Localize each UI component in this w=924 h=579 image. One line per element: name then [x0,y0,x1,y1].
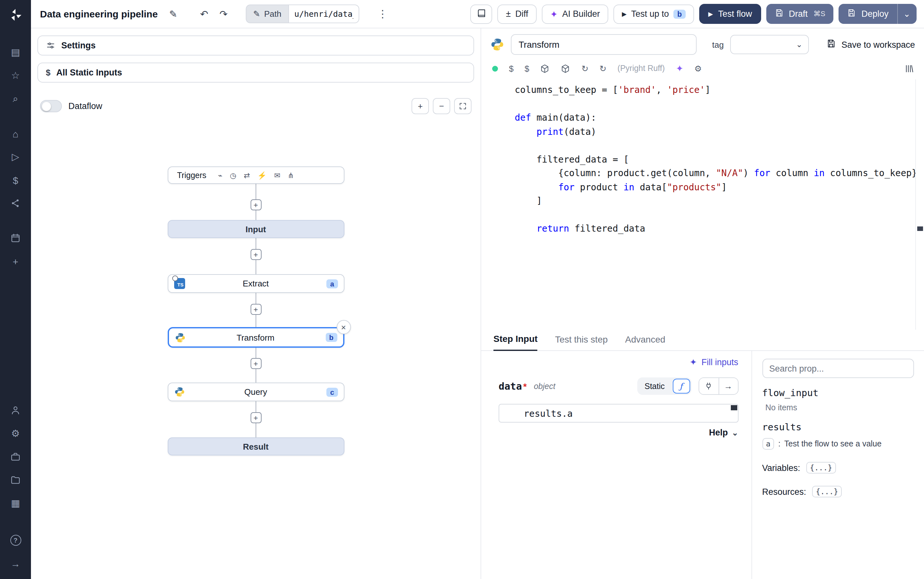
apps-icon[interactable]: ▤ [5,43,26,61]
settings-button[interactable]: Settings [38,36,474,56]
format-icon[interactable]: ↻ [599,64,607,73]
email-icon[interactable]: ✉ [274,171,280,180]
remove-step-button[interactable]: × [336,320,351,334]
favorites-star-icon[interactable]: ☆ [5,67,26,85]
path-button[interactable]: ✎ Path [245,5,288,23]
step-name-input[interactable] [511,34,697,55]
save-to-workspace-button[interactable]: Save to workspace [827,39,915,50]
editor-settings-icon[interactable]: ⚙ [694,64,702,73]
triggers-node[interactable]: Triggers ⌁ ◷ ⇄ ⚡ ✉ ⋔ [167,167,344,184]
expand-sidebar-icon[interactable]: → [5,554,26,572]
runs-icon[interactable]: ▷ [5,148,26,166]
add-step-button[interactable]: + [250,249,261,260]
variables-icon[interactable]: $ [5,171,26,189]
add-icon[interactable]: + [5,252,26,270]
variable-picker-icon[interactable]: $ [509,64,513,73]
editor-overview-ruler[interactable] [915,79,924,330]
tab-test-this-step[interactable]: Test this step [555,334,607,350]
code-line: ] [515,194,915,208]
deploy-button[interactable]: Deploy [839,4,897,24]
path-input[interactable] [288,5,359,23]
webhook-icon[interactable]: ⌁ [218,171,222,180]
ai-builder-button[interactable]: ✦ AI Builder [542,4,609,23]
step-input-section: ✦ Fill inputs data * object Static ƒ [481,351,924,579]
redo-button[interactable]: ↷ [214,5,233,23]
query-node[interactable]: Query c [167,383,344,401]
static-mode-button[interactable]: Static [638,380,671,392]
plug-icon[interactable] [699,378,718,394]
zoom-in-button[interactable]: + [411,98,429,114]
schedule-icon[interactable]: ◷ [230,171,237,180]
result-entry[interactable]: a : Test the flow to see a value [762,438,914,450]
lint-assistants-label[interactable]: (Pyright Ruff) [618,64,665,73]
add-step-button[interactable]: + [250,412,261,423]
user-icon[interactable] [5,401,26,419]
diff-button[interactable]: ± Diff [498,4,537,23]
code-editor[interactable]: columns_to_keep = ['brand', 'price'] def… [481,79,924,330]
schedules-icon[interactable] [5,229,26,247]
step-input-form: ✦ Fill inputs data * object Static ƒ [481,351,751,579]
settings-gear-icon[interactable]: ⚙ [5,424,26,442]
python-icon [490,38,504,52]
docs-button[interactable] [470,4,493,23]
undo-button[interactable]: ↶ [195,5,213,23]
flow-input-empty: No items [765,403,914,412]
input-node[interactable]: Input [167,220,344,238]
play-icon: ▶ [622,10,627,17]
search-icon[interactable]: ⌕ [5,90,26,108]
reload-icon[interactable]: ↻ [581,64,589,73]
workers-icon[interactable] [5,447,26,465]
route-icon[interactable]: ⇄ [244,171,250,180]
kafka-icon[interactable]: ⋔ [288,171,294,180]
add-step-button[interactable]: + [250,304,261,315]
layout-columns-icon[interactable] [904,64,914,73]
zoom-out-button[interactable]: − [433,98,450,114]
input-expression-editor[interactable]: results.a [499,404,738,422]
result-node[interactable]: Result [167,437,344,455]
code-lines: columns_to_keep = ['brand', 'price'] def… [515,79,915,330]
flow-input-item[interactable]: flow_input [762,388,914,398]
ai-wand-icon[interactable]: ✦ [676,63,683,74]
step-panel: tag ⌄ Save to workspace $ $ ↻ ↻ (Pyright [481,28,924,579]
package-icon[interactable] [561,64,571,73]
add-step-button[interactable]: + [250,200,261,210]
dataflow-toggle[interactable] [40,100,62,112]
resource-picker-icon[interactable]: $ [524,64,529,73]
search-prop-input[interactable] [762,359,914,378]
folders-icon[interactable] [5,471,26,489]
path-label: Path [264,9,282,19]
groups-grid-icon[interactable]: ▦ [5,494,26,512]
expression-mode-button[interactable]: ƒ [673,379,690,394]
package-icon[interactable] [540,64,550,73]
tab-advanced[interactable]: Advanced [625,334,665,350]
variables-row[interactable]: Variables: {...} [762,462,914,474]
help-icon[interactable]: ? [5,531,26,550]
book-icon [477,8,486,20]
help-toggle[interactable]: Help ⌄ [499,428,738,437]
sparkle-icon: ✦ [689,357,697,367]
tag-select[interactable]: ⌄ [730,35,809,54]
resources-icon[interactable] [5,194,26,212]
results-item[interactable]: results [762,422,914,432]
resources-row[interactable]: Resources: {...} [762,486,914,497]
more-menu-button[interactable]: ⋮ [374,5,392,23]
code-line [515,139,915,152]
arrow-right-icon[interactable]: → [718,378,738,394]
deploy-menu-button[interactable]: ⌄ [897,4,916,24]
home-icon[interactable]: ⌂ [5,124,26,142]
test-flow-button[interactable]: ▶ Test flow [699,4,761,24]
windmill-logo[interactable] [6,6,25,24]
test-up-to-button[interactable]: ▶ Test up to b [614,4,694,23]
transform-node-selected[interactable]: Transform b × [167,327,344,348]
websocket-icon[interactable]: ⚡ [257,171,267,180]
flow-canvas[interactable]: Triggers ⌁ ◷ ⇄ ⚡ ✉ ⋔ + Input [31,144,480,579]
edit-title-button[interactable]: ✎ [164,5,182,23]
fit-view-button[interactable] [454,98,472,114]
draft-button[interactable]: Draft ⌘S [766,4,834,24]
tab-step-input[interactable]: Step Input [493,334,538,351]
all-static-inputs-button[interactable]: $ All Static Inputs [38,62,474,83]
props-panel: flow_input No items results a : Test the… [751,351,924,579]
fill-inputs-button[interactable]: ✦ Fill inputs [689,357,738,367]
add-step-button[interactable]: + [250,358,261,369]
extract-node[interactable]: TS Extract a [167,274,344,293]
